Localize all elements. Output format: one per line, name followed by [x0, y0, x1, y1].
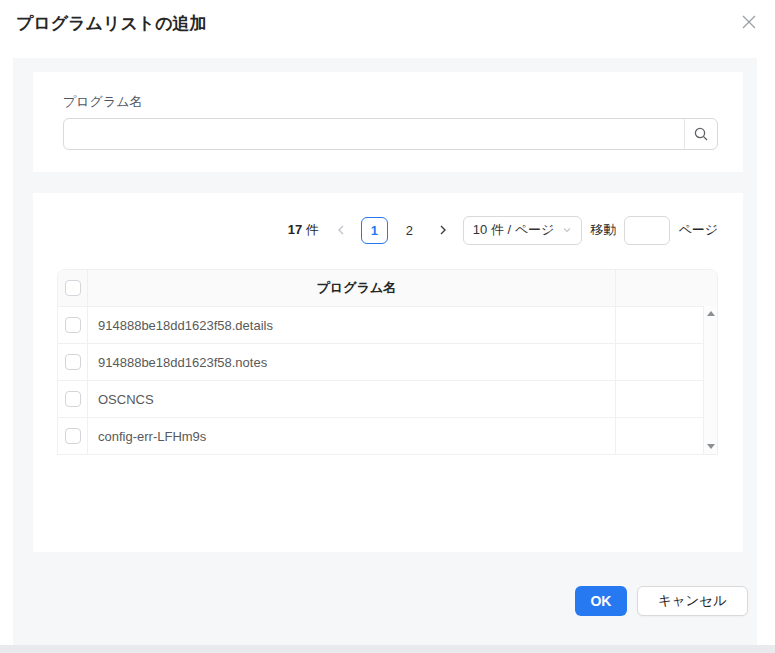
chevron-down-icon — [562, 225, 572, 235]
table-scrollbar[interactable] — [703, 306, 717, 454]
table-row: config-err-LFHm9s — [58, 417, 717, 454]
table-row: OSCNCS — [58, 380, 717, 417]
chevron-left-icon — [335, 224, 347, 236]
row-checkbox-cell — [58, 307, 88, 343]
program-table: プログラム名 914888be18dd1623f58.details 91488… — [57, 269, 718, 455]
dialog-footer: OK キャンセル — [575, 586, 748, 616]
row-checkbox[interactable] — [65, 428, 81, 444]
page-button-1[interactable]: 1 — [361, 217, 388, 244]
total-count: 17 件 — [288, 221, 319, 239]
chevron-right-icon — [437, 224, 449, 236]
close-button[interactable] — [735, 8, 763, 36]
ok-button[interactable]: OK — [575, 586, 627, 616]
row-checkbox[interactable] — [65, 354, 81, 370]
row-checkbox-cell — [58, 381, 88, 417]
prev-page-button[interactable] — [329, 217, 353, 244]
scroll-up-icon[interactable] — [707, 311, 715, 316]
program-name-label: プログラム名 — [63, 93, 143, 111]
column-header-extra — [615, 270, 717, 306]
goto-label: 移動 — [590, 221, 616, 239]
goto-suffix-label: ページ — [678, 221, 718, 239]
close-icon — [740, 13, 758, 31]
search-icon — [693, 126, 709, 142]
table-header-row: プログラム名 — [58, 270, 717, 306]
program-name-cell: 914888be18dd1623f58.details — [88, 318, 615, 333]
page-button-2[interactable]: 2 — [396, 217, 423, 244]
row-extra-cell — [615, 307, 717, 343]
table-row: 914888be18dd1623f58.details — [58, 306, 717, 343]
pagination: 17 件 1 2 10 件 / ページ 移動 ページ — [288, 215, 718, 245]
row-extra-cell — [615, 344, 717, 380]
program-name-cell: OSCNCS — [88, 392, 615, 407]
list-panel: 17 件 1 2 10 件 / ページ 移動 ページ プログラム名 — [33, 193, 743, 552]
goto-page-input[interactable] — [624, 216, 670, 245]
table-row: 914888be18dd1623f58.notes — [58, 343, 717, 380]
row-checkbox-cell — [58, 344, 88, 380]
row-checkbox-cell — [58, 418, 88, 454]
row-checkbox[interactable] — [65, 317, 81, 333]
program-name-input[interactable] — [64, 119, 684, 149]
program-name-cell: 914888be18dd1623f58.notes — [88, 355, 615, 370]
backdrop-strip — [0, 645, 775, 653]
search-button[interactable] — [684, 119, 717, 149]
search-panel: プログラム名 — [33, 72, 743, 172]
row-extra-cell — [615, 418, 717, 454]
row-checkbox[interactable] — [65, 391, 81, 407]
program-name-cell: config-err-LFHm9s — [88, 429, 615, 444]
header-checkbox-cell — [58, 270, 88, 306]
scroll-down-icon[interactable] — [707, 444, 715, 449]
search-input-group — [63, 118, 718, 150]
select-all-checkbox[interactable] — [65, 280, 81, 296]
page-title: プログラムリストの追加 — [16, 12, 207, 35]
next-page-button[interactable] — [431, 217, 455, 244]
row-extra-cell — [615, 381, 717, 417]
column-header-program-name: プログラム名 — [88, 279, 615, 297]
cancel-button[interactable]: キャンセル — [637, 586, 748, 616]
page-size-value: 10 件 / ページ — [473, 221, 555, 239]
page-size-select[interactable]: 10 件 / ページ — [463, 216, 583, 245]
